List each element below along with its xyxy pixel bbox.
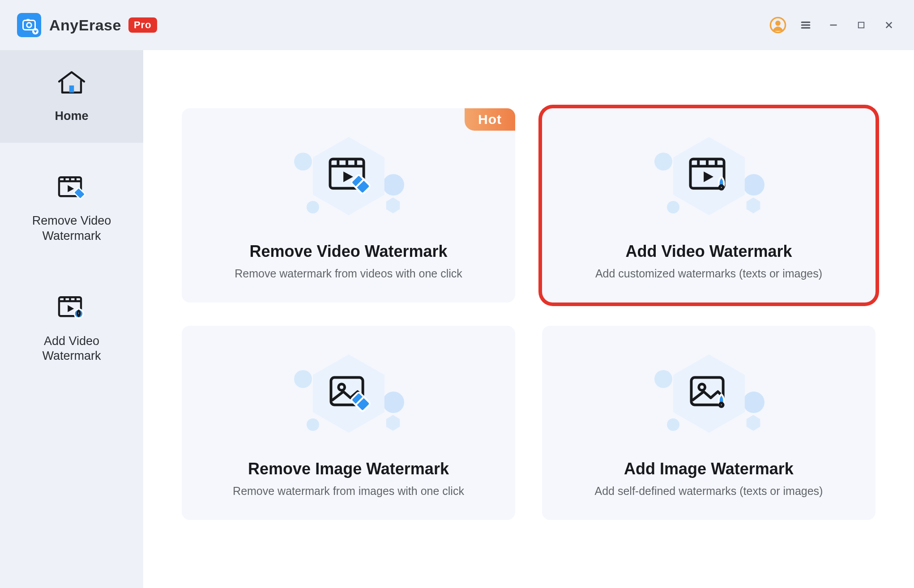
svg-point-56 [719, 403, 723, 406]
card-subtitle: Remove watermark from images with one cl… [233, 485, 464, 498]
card-title: Add Image Watermark [624, 460, 794, 478]
image-add-icon [687, 374, 731, 413]
svg-marker-25 [68, 305, 74, 312]
card-remove-image-watermark[interactable]: Remove Image Watermark Remove watermark … [182, 326, 515, 520]
titlebar: AnyErase Pro [0, 0, 914, 50]
card-graphic [651, 131, 767, 230]
card-title: Remove Video Watermark [249, 242, 447, 261]
maximize-button[interactable] [849, 13, 874, 38]
svg-point-1 [27, 23, 32, 28]
sidebar-item-label: Home [55, 109, 88, 124]
card-subtitle: Add self-defined watermarks (texts or im… [595, 485, 823, 498]
card-remove-video-watermark[interactable]: Hot [182, 108, 515, 303]
feature-grid: Hot [182, 108, 876, 520]
card-add-image-watermark[interactable]: Add Image Watermark Add self-defined wat… [542, 326, 876, 520]
sidebar-item-home[interactable]: Home [0, 50, 143, 143]
svg-rect-12 [69, 85, 74, 93]
svg-rect-9 [858, 22, 864, 28]
menu-icon[interactable] [793, 13, 818, 38]
sidebar-item-add-video-watermark[interactable]: Add Video Watermark [0, 275, 143, 383]
svg-point-45 [719, 185, 723, 189]
home-icon [56, 69, 87, 100]
video-erase-icon [56, 174, 87, 205]
card-subtitle: Remove watermark from videos with one cl… [235, 267, 462, 280]
svg-rect-35 [350, 174, 371, 194]
video-add-icon [687, 156, 731, 196]
app-logo-icon [17, 13, 41, 37]
video-erase-icon [326, 156, 371, 196]
svg-rect-19 [74, 187, 85, 199]
video-add-icon [56, 294, 87, 325]
app-name: AnyErase [49, 17, 121, 34]
card-title: Remove Image Watermark [248, 460, 449, 478]
hot-badge: Hot [465, 108, 515, 131]
svg-point-55 [699, 384, 705, 390]
svg-rect-2 [26, 19, 30, 21]
close-button[interactable] [876, 13, 901, 38]
sidebar-item-label: Add Video Watermark [42, 334, 101, 364]
card-subtitle: Add customized watermarks (texts or imag… [595, 267, 822, 280]
card-add-video-watermark[interactable]: Add Video Watermark Add customized water… [542, 108, 876, 303]
svg-point-4 [775, 21, 781, 26]
sidebar: Home Remove Video Watermark [0, 50, 143, 588]
card-graphic [290, 349, 407, 447]
image-erase-icon [326, 374, 371, 413]
svg-marker-44 [704, 171, 713, 182]
card-graphic [290, 131, 407, 230]
svg-marker-18 [68, 185, 74, 192]
minimize-button[interactable] [821, 13, 846, 38]
card-graphic [651, 349, 767, 447]
svg-point-49 [338, 384, 345, 390]
main-content: Hot [143, 50, 914, 588]
card-title: Add Video Watermark [625, 242, 792, 261]
sidebar-item-label: Remove Video Watermark [32, 213, 111, 244]
pro-badge: Pro [128, 17, 157, 33]
user-account-icon[interactable] [765, 13, 790, 38]
sidebar-item-remove-video-watermark[interactable]: Remove Video Watermark [0, 155, 143, 263]
